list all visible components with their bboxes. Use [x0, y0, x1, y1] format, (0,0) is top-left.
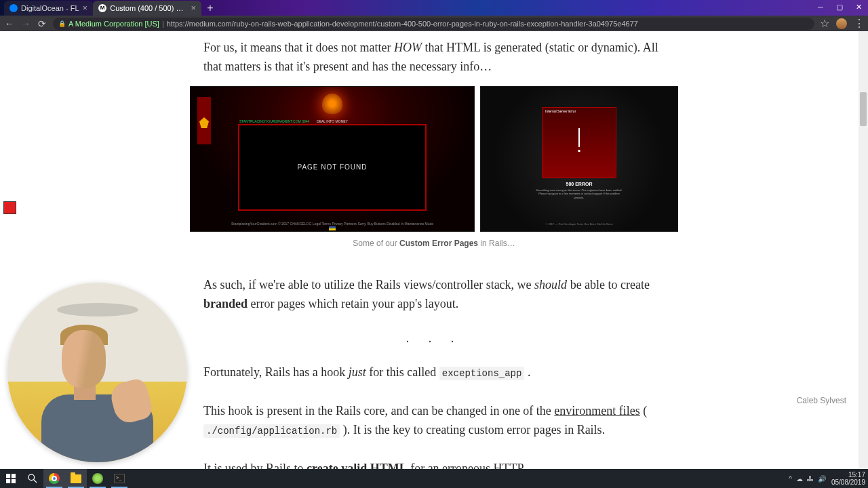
taskbar-explorer[interactable] — [65, 469, 87, 488]
window-controls: ─ ▢ ✕ — [811, 0, 868, 14]
close-icon[interactable]: × — [83, 3, 88, 13]
address-bar: ← → ⟳ 🔒 A Medium Corporation [US] | http… — [0, 16, 868, 31]
webcam-overlay — [7, 283, 187, 462]
taskbar: ^ ☁ 🖧 🔊 15:17 05/08/2019 — [0, 469, 868, 488]
environment-files-link[interactable]: environment files — [554, 404, 639, 418]
tab-medium[interactable]: M Custom (400 / 500) Error Pag × — [93, 1, 201, 16]
paragraph: Fortunately, Rails has a hook just for t… — [203, 363, 665, 382]
system-tray: ^ ☁ 🖧 🔊 15:17 05/08/2019 — [789, 471, 868, 486]
tab-digitalocean[interactable]: DigitalOcean - FL × — [4, 1, 93, 16]
chrome-icon — [49, 473, 60, 484]
article-body: For us, it means that it does not matter… — [203, 38, 665, 77]
figure: STANTPLACINGYOURGRADIENT.COM 3044 DEAL I… — [190, 86, 678, 248]
green-app-icon — [92, 473, 103, 484]
paragraph: As such, if we're able to utilize the Ra… — [203, 275, 665, 314]
svg-line-5 — [34, 480, 37, 483]
url-field[interactable]: 🔒 A Medium Corporation [US] | https://me… — [53, 18, 814, 30]
windows-icon — [6, 474, 16, 483]
error-page-screenshot-500: Internal Server Error 500 ERROR Somethin… — [480, 86, 678, 232]
paragraph: For us, it means that it does not matter… — [203, 38, 665, 77]
paragraph: It is used by Rails to create valid HTML… — [203, 459, 665, 470]
folder-icon — [71, 474, 81, 483]
back-button[interactable]: ← — [4, 18, 15, 29]
lock-icon: 🔒 — [58, 20, 66, 27]
menu-icon[interactable]: ⋮ — [854, 17, 864, 30]
vertical-scrollbar[interactable] — [859, 31, 868, 469]
svg-rect-2 — [6, 479, 10, 483]
reload-button[interactable]: ⟳ — [37, 18, 47, 29]
favicon-digitalocean — [9, 4, 18, 12]
url-separator: | — [162, 20, 164, 28]
new-tab-button[interactable]: + — [201, 2, 218, 14]
tray-cloud-icon[interactable]: ☁ — [796, 475, 803, 483]
error-page-screenshot-404: STANTPLACINGYOURGRADIENT.COM 3044 DEAL I… — [190, 86, 475, 232]
profile-avatar[interactable] — [836, 18, 847, 29]
url-text: https://medium.com/ruby-on-rails-web-app… — [167, 20, 638, 28]
tab-title: DigitalOcean - FL — [21, 4, 79, 12]
tray-volume-icon[interactable]: 🔊 — [818, 475, 826, 483]
url-identity: A Medium Corporation [US] — [68, 20, 159, 28]
close-icon[interactable]: × — [191, 3, 197, 13]
tab-strip: DigitalOcean - FL × M Custom (400 / 500)… — [4, 0, 219, 16]
favicon-medium: M — [98, 4, 106, 12]
start-button[interactable] — [0, 469, 22, 488]
maximize-button[interactable]: ▢ — [830, 0, 849, 14]
tray-network-icon[interactable]: 🖧 — [807, 475, 814, 483]
tab-title: Custom (400 / 500) Error Pag — [110, 4, 187, 12]
taskbar-app[interactable] — [87, 469, 108, 488]
clock[interactable]: 15:17 05/08/2019 — [831, 471, 865, 486]
record-button[interactable] — [3, 201, 16, 214]
forward-button[interactable]: → — [20, 18, 31, 29]
bookmark-icon[interactable]: ☆ — [820, 17, 829, 30]
taskbar-terminal[interactable] — [108, 469, 130, 488]
svg-rect-1 — [12, 474, 16, 478]
author-name[interactable]: Caleb Sylvest — [797, 396, 846, 405]
taskbar-chrome[interactable] — [43, 469, 65, 488]
svg-point-4 — [28, 474, 35, 481]
paragraph: This hook is present in the Rails core, … — [203, 401, 665, 440]
svg-rect-0 — [6, 474, 10, 478]
svg-rect-3 — [12, 479, 16, 483]
search-button[interactable] — [22, 469, 43, 488]
minimize-button[interactable]: ─ — [811, 0, 830, 14]
browser-titlebar: DigitalOcean - FL × M Custom (400 / 500)… — [0, 0, 868, 16]
search-icon — [28, 474, 37, 483]
figure-caption: Some of our Custom Error Pages in Rails… — [190, 239, 678, 248]
close-button[interactable]: ✕ — [849, 0, 868, 14]
tray-chevron-icon[interactable]: ^ — [789, 475, 792, 483]
scrollbar-thumb[interactable] — [860, 92, 867, 126]
terminal-icon — [114, 474, 125, 483]
section-divider: . . . — [203, 329, 665, 348]
